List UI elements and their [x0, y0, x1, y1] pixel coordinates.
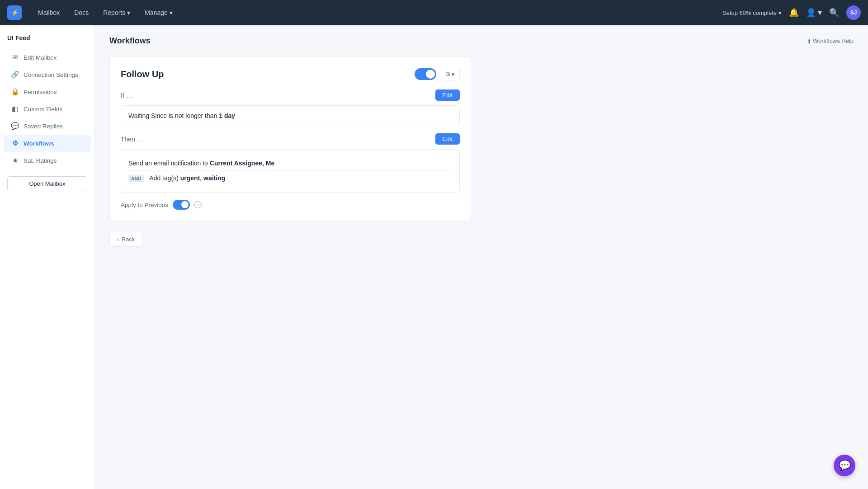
workflow-name: Follow Up	[121, 69, 164, 80]
and-badge: AND	[128, 175, 144, 182]
sat-ratings-icon: ★	[11, 156, 19, 165]
sidebar-title: UI Feed	[0, 34, 94, 49]
back-arrow-icon: ‹	[117, 236, 119, 243]
then-condition-box: Send an email notification to Current As…	[121, 149, 460, 193]
sidebar-item-edit-mailbox[interactable]: ✉ Edit Mailbox	[4, 49, 91, 66]
then-section-header: Then … Edit	[121, 133, 460, 145]
copy-chevron-icon: ▾	[452, 71, 455, 78]
manage-chevron-icon: ▾	[170, 9, 173, 16]
workflow-actions: ⧉ ▾	[415, 68, 460, 80]
sidebar-item-saved-replies[interactable]: 💬 Saved Replies	[4, 118, 91, 135]
then-action-1: Send an email notification to Current As…	[128, 156, 452, 170]
account-icon: 👤	[806, 8, 816, 18]
help-circle-icon: ℹ	[808, 38, 810, 45]
sidebar-item-permissions[interactable]: 🔒 Permissions	[4, 83, 91, 100]
setup-progress[interactable]: Setup 60% complete ▾	[722, 9, 782, 16]
nav-link-mailbox[interactable]: Mailbox	[33, 6, 65, 19]
if-section: If … Edit Waiting Since is not longer th…	[121, 89, 460, 126]
main-content: Workflows ℹ Workflows Help Follow Up ⧉ ▾	[95, 25, 868, 489]
custom-fields-icon: ◧	[11, 105, 19, 113]
back-button[interactable]: ‹ Back	[109, 232, 142, 247]
app-logo[interactable]: ⚡	[7, 5, 22, 20]
open-mailbox-button[interactable]: Open Mailbox	[7, 176, 87, 191]
account-chevron-icon: ▾	[818, 8, 822, 18]
topnav-right: Setup 60% complete ▾ 🔔 👤 ▾ 🔍 SJ	[722, 5, 861, 20]
edit-then-button[interactable]: Edit	[435, 133, 460, 145]
reports-chevron-icon: ▾	[127, 9, 130, 16]
sidebar-item-sat-ratings[interactable]: ★ Sat. Ratings	[4, 152, 91, 169]
permissions-icon: 🔒	[11, 88, 19, 96]
workflows-icon: ⚙	[11, 139, 19, 147]
chat-icon: 💬	[839, 460, 851, 471]
then-label: Then …	[121, 136, 143, 143]
workflow-header: Follow Up ⧉ ▾	[121, 68, 460, 80]
layout: UI Feed ✉ Edit Mailbox 🔗 Connection Sett…	[0, 25, 868, 489]
nav-links: Mailbox Docs Reports ▾ Manage ▾	[33, 6, 712, 19]
edit-if-button[interactable]: Edit	[435, 89, 460, 101]
workflow-enable-toggle[interactable]	[415, 68, 436, 80]
sidebar-item-connection-settings[interactable]: 🔗 Connection Settings	[4, 66, 91, 83]
copy-workflow-button[interactable]: ⧉ ▾	[441, 68, 460, 80]
connection-settings-icon: 🔗	[11, 71, 19, 79]
if-condition-box: Waiting Since is not longer than 1 day	[121, 105, 460, 126]
copy-icon: ⧉	[446, 71, 450, 78]
apply-to-previous-info-icon[interactable]: i	[194, 201, 202, 208]
account-menu[interactable]: 👤 ▾	[806, 8, 822, 18]
sidebar-item-custom-fields[interactable]: ◧ Custom Fields	[4, 100, 91, 118]
workflows-help-link[interactable]: ℹ Workflows Help	[808, 38, 854, 45]
page-title: Workflows	[109, 36, 151, 46]
top-navigation: ⚡ Mailbox Docs Reports ▾ Manage ▾ Setup …	[0, 0, 868, 25]
if-section-header: If … Edit	[121, 89, 460, 101]
sidebar-item-workflows[interactable]: ⚙ Workflows	[4, 135, 91, 152]
nav-link-reports[interactable]: Reports ▾	[98, 6, 136, 19]
condition-text: Waiting Since is not longer than 1 day	[128, 112, 235, 119]
nav-link-docs[interactable]: Docs	[69, 6, 94, 19]
apply-to-previous-label: Apply to Previous	[121, 202, 168, 208]
page-header: Workflows ℹ Workflows Help	[109, 36, 854, 46]
edit-mailbox-icon: ✉	[11, 53, 19, 61]
sidebar: UI Feed ✉ Edit Mailbox 🔗 Connection Sett…	[0, 25, 95, 489]
search-icon[interactable]: 🔍	[829, 8, 839, 18]
notifications-icon[interactable]: 🔔	[789, 8, 799, 18]
avatar[interactable]: SJ	[846, 5, 861, 20]
saved-replies-icon: 💬	[11, 122, 19, 130]
then-section: Then … Edit Send an email notification t…	[121, 133, 460, 193]
nav-link-manage[interactable]: Manage ▾	[139, 6, 178, 19]
workflow-card: Follow Up ⧉ ▾ If … Edit Waiting S	[109, 56, 471, 221]
setup-chevron-icon: ▾	[778, 9, 782, 16]
then-action-2: AND Add tag(s) urgent, waiting	[128, 170, 452, 186]
if-label: If …	[121, 92, 132, 99]
chat-fab-button[interactable]: 💬	[834, 455, 855, 476]
apply-to-previous-toggle[interactable]	[173, 200, 190, 210]
apply-to-previous-section: Apply to Previous i	[121, 200, 460, 210]
